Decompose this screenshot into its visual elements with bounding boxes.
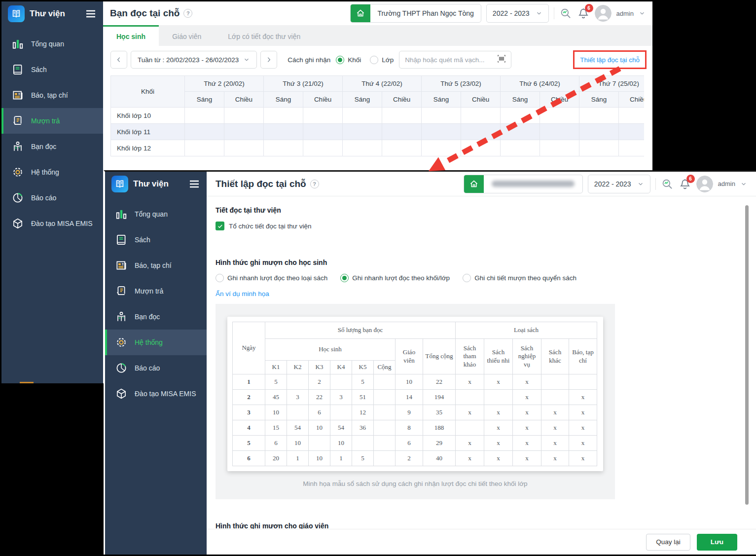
chevron-down-icon[interactable]	[639, 10, 646, 17]
grid-cell[interactable]	[264, 108, 303, 124]
grid-cell[interactable]	[540, 108, 579, 124]
settings-link[interactable]: Thiết lập đọc tại chỗ	[580, 56, 640, 64]
grid-cell[interactable]	[619, 140, 644, 156]
sidebar-item-he-thong[interactable]: Hệ thống	[105, 330, 207, 355]
grid-cell[interactable]	[619, 124, 644, 140]
app-logo-icon	[8, 5, 25, 22]
grid-cell[interactable]	[579, 108, 619, 124]
grid-cell[interactable]	[619, 108, 644, 124]
student-borrow-mode-option[interactable]: Ghi chi tiết mượn theo quyển sách	[463, 274, 576, 282]
record-mode-option[interactable]: Lớp	[370, 56, 394, 64]
next-week-button[interactable]	[260, 51, 277, 69]
sidebar-item-bao-tap-chi[interactable]: Báo, tạp chí	[105, 253, 207, 278]
grid-session-header: Sáng	[422, 92, 461, 108]
tab-lop-co-tiet-doc[interactable]: Lớp có tiết đọc thư viện	[215, 25, 314, 46]
notifications-bell-icon[interactable]: 6	[679, 178, 691, 190]
organize-reading-checkbox[interactable]: Tổ chức tiết đọc tại thư viện	[216, 222, 756, 230]
school-selector[interactable]	[464, 175, 583, 193]
sidebar-item-dao-tao-misa-emis[interactable]: Đào tạo MISA EMIS	[105, 381, 207, 407]
grid-cell[interactable]	[422, 140, 461, 156]
example-col-booktype: Sách tham khảo	[456, 339, 484, 374]
grid-session-header: Chiều	[224, 92, 264, 108]
vertical-scrollbar[interactable]	[745, 205, 749, 505]
notifications-bell-icon[interactable]: 6	[577, 7, 590, 20]
tab-giao-vien[interactable]: Giáo viên	[159, 25, 215, 46]
sidebar-item-ban-doc[interactable]: Bạn đọc	[1, 134, 103, 159]
sidebar-item-tong-quan[interactable]: Tổng quan	[1, 31, 103, 57]
grid-cell[interactable]	[501, 140, 540, 156]
grid-cell[interactable]	[461, 140, 501, 156]
example-cell: 10	[265, 405, 287, 420]
grid-cell[interactable]	[501, 124, 540, 140]
toggle-example-link[interactable]: Ẩn ví dụ minh họa	[216, 290, 269, 297]
grid-cell[interactable]	[224, 140, 264, 156]
barcode-input[interactable]: Nhập hoặc quét mã vạch...	[399, 51, 511, 69]
grid-cell[interactable]	[343, 140, 382, 156]
school-selector[interactable]: Trường THPT Phan Ngọc Tòng	[350, 4, 481, 23]
grid-cell[interactable]	[264, 124, 303, 140]
save-button[interactable]: Lưu	[697, 534, 737, 551]
grid-cell[interactable]	[185, 108, 224, 124]
student-borrow-mode-option[interactable]: Ghi nhanh lượt đọc theo loại sách	[216, 274, 327, 282]
avatar[interactable]	[696, 176, 713, 192]
grid-cell[interactable]	[461, 124, 501, 140]
school-year-dropdown[interactable]: 2022 - 2023	[486, 4, 549, 23]
grid-cell[interactable]	[579, 124, 619, 140]
sidebar-item-muon-tra[interactable]: Mượn trả	[105, 278, 207, 304]
grid-cell[interactable]	[422, 124, 461, 140]
help-icon[interactable]: ?	[183, 9, 192, 18]
record-mode-option[interactable]: Khối	[336, 56, 361, 64]
grid-cell[interactable]	[224, 124, 264, 140]
example-panel: NgàySố lượng bạn đọcLoại sáchHọc sinhGiá…	[216, 304, 615, 499]
grid-cell[interactable]	[579, 140, 619, 156]
sidebar-item-sach[interactable]: Sách	[105, 227, 207, 253]
week-selector[interactable]: Tuần từ : 20/02/2023 - 26/02/2023	[131, 51, 257, 69]
chevron-down-icon[interactable]	[740, 181, 747, 187]
sidebar-item-dao-tao-misa-emis[interactable]: Đào tạo MISA EMIS	[1, 211, 103, 236]
help-icon[interactable]: ?	[310, 180, 319, 188]
student-borrow-mode-option[interactable]: Ghi nhanh lượt đọc theo khối/lớp	[340, 274, 450, 282]
grid-cell[interactable]	[382, 140, 422, 156]
grid-cell[interactable]	[303, 140, 343, 156]
sidebar-item-ban-doc[interactable]: Bạn đọc	[105, 304, 207, 330]
grid-row-label: Khối lớp 11	[111, 124, 185, 140]
username[interactable]: admin	[616, 10, 634, 17]
settings-footer: Quay lại Lưu	[207, 529, 756, 555]
app-title: Thư viện	[30, 9, 80, 19]
grid-cell[interactable]	[264, 140, 303, 156]
search-icon[interactable]	[559, 7, 572, 20]
tab-hoc-sinh[interactable]: Học sinh	[103, 25, 159, 46]
barcode-placeholder: Nhập hoặc quét mã vạch...	[405, 56, 497, 64]
grid-cell[interactable]	[540, 140, 579, 156]
hamburger-menu-icon[interactable]	[188, 178, 200, 190]
sidebar-item-muon-tra[interactable]: Mượn trả	[1, 108, 103, 134]
sidebar-item-sach[interactable]: Sách	[1, 57, 103, 82]
grid-cell[interactable]	[501, 108, 540, 124]
grid-cell[interactable]	[540, 124, 579, 140]
grid-cell[interactable]	[185, 124, 224, 140]
search-icon[interactable]	[661, 178, 674, 190]
grid-cell[interactable]	[382, 108, 422, 124]
grid-cell[interactable]	[343, 124, 382, 140]
prev-week-button[interactable]	[110, 51, 127, 69]
grid-cell[interactable]	[461, 108, 501, 124]
grid-cell[interactable]	[382, 124, 422, 140]
example-cell: 22	[423, 374, 456, 390]
grid-cell[interactable]	[224, 108, 264, 124]
sidebar-item-tong-quan[interactable]: Tổng quan	[105, 201, 207, 227]
sidebar-item-bao-cao[interactable]: Báo cáo	[105, 355, 207, 381]
username[interactable]: admin	[718, 180, 735, 187]
sidebar-item-bao-tap-chi[interactable]: Báo, tạp chí	[1, 82, 103, 108]
avatar[interactable]	[595, 5, 612, 22]
back-button[interactable]: Quay lại	[646, 534, 690, 551]
grid-cell[interactable]	[185, 140, 224, 156]
grid-cell[interactable]	[303, 108, 343, 124]
grid-cell[interactable]	[422, 108, 461, 124]
sidebar-item-he-thong[interactable]: Hệ thống	[1, 159, 103, 185]
grid-cell[interactable]	[303, 124, 343, 140]
sidebar-item-bao-cao[interactable]: Báo cáo	[1, 185, 103, 211]
grid-cell[interactable]	[343, 108, 382, 124]
school-year-dropdown[interactable]: 2022 - 2023	[588, 175, 650, 193]
hamburger-menu-icon[interactable]	[85, 8, 97, 20]
example-cell	[374, 405, 396, 420]
